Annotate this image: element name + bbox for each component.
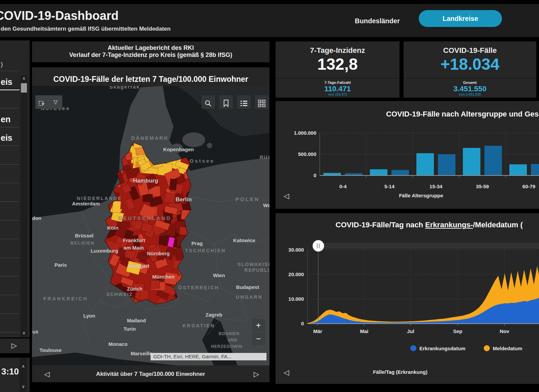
zoom-out-button[interactable]: − bbox=[252, 332, 265, 345]
stat-sublabel: Gesamt bbox=[404, 80, 536, 85]
scroll-up-icon[interactable]: ∧ bbox=[20, 76, 28, 83]
chart-legend: ErkrankungsdatumMeldedatum bbox=[410, 345, 522, 351]
sidebar-list-item[interactable]: en bbox=[0, 109, 20, 127]
time-panel: 3:10 ∧ ∨ bbox=[0, 358, 30, 392]
svg-text:30.000: 30.000 bbox=[288, 247, 304, 253]
sidebar-list-item[interactable]: eis bbox=[0, 71, 20, 90]
map-title: COVID-19-Fälle der letzten 7 Tage/100.00… bbox=[32, 75, 270, 84]
svg-text:0-4: 0-4 bbox=[339, 184, 347, 189]
divider bbox=[404, 78, 536, 78]
sidebar-list-item[interactable] bbox=[0, 276, 20, 295]
map-footer-label: Aktivität über 7 Tage/100.000 Einwohner bbox=[96, 371, 205, 378]
prev-arrow-icon[interactable]: ◁ bbox=[44, 370, 50, 378]
zoom-in-button[interactable]: + bbox=[252, 319, 265, 332]
legend-list-icon bbox=[240, 100, 248, 107]
stat-value: +18.034 bbox=[404, 55, 536, 73]
search-icon bbox=[204, 100, 212, 107]
sidebar-list-item[interactable] bbox=[0, 239, 20, 258]
nav-bundeslaender[interactable]: Bundesländer bbox=[352, 13, 403, 28]
svg-text:35-59: 35-59 bbox=[476, 184, 489, 189]
search-button[interactable] bbox=[201, 95, 215, 109]
legend-dot-icon bbox=[484, 345, 490, 351]
europe-map bbox=[32, 86, 270, 365]
sidebar-list-item[interactable]: ) bbox=[0, 51, 20, 71]
scroll-up-icon[interactable]: ∧ bbox=[20, 364, 27, 370]
area-xlabel: Fälle/Tag (Erkrankung) bbox=[373, 369, 427, 375]
sidebar-next-page-button[interactable]: ▷ bbox=[0, 338, 30, 353]
bar-panel-footer: ◁ Fälle Altersgruppe bbox=[276, 192, 539, 209]
map-canvas[interactable]: SkagerrakNordseeDÄNEMARKOstseeRUSKopenha… bbox=[32, 86, 270, 365]
svg-text:Jul: Jul bbox=[407, 328, 414, 334]
svg-text:Nov: Nov bbox=[500, 328, 509, 334]
select-tool-icon bbox=[39, 100, 45, 107]
sidebar-list-item[interactable]: eis bbox=[0, 127, 20, 146]
svg-text:Mai: Mai bbox=[360, 328, 368, 334]
sidebar-list-item[interactable] bbox=[0, 258, 20, 276]
time-slider-handle[interactable] bbox=[313, 240, 324, 252]
stat-subvalue: 110.471 bbox=[276, 85, 400, 93]
bookmark-icon bbox=[223, 100, 229, 107]
svg-text:60-79: 60-79 bbox=[522, 184, 535, 189]
stat-subvalue: 3.451.550 bbox=[404, 85, 536, 93]
svg-text:500.000: 500.000 bbox=[298, 151, 316, 157]
sidebar-list-item[interactable] bbox=[0, 183, 20, 202]
time-scrollbar[interactable]: ∧ ∨ bbox=[20, 358, 27, 392]
sidebar-list-item[interactable] bbox=[0, 221, 20, 239]
time-value: 3:10 bbox=[1, 366, 19, 377]
cases-per-day-chart-panel: COVID-19-Fälle/Tag nach Erkrankungs-/Mel… bbox=[276, 213, 539, 384]
stat-caption: von 3.451.550 bbox=[404, 93, 536, 96]
svg-text:0: 0 bbox=[301, 321, 304, 326]
stat-card-faelle: COVID-19-Fälle +18.034 Gesamt 3.451.550 … bbox=[404, 41, 536, 98]
sidebar-item-label: eis bbox=[1, 77, 12, 87]
next-page-icon: ▷ bbox=[11, 341, 17, 350]
sidebar-scrollbar[interactable]: ∧ ∨ bbox=[20, 75, 28, 337]
stat-caption: von 110.471 bbox=[276, 93, 400, 96]
legend-label: Erkrankungsdatum bbox=[419, 346, 466, 351]
area-panel-footer: ◁ Fälle/Tag (Erkrankung) bbox=[276, 367, 539, 384]
bookmark-button[interactable] bbox=[219, 95, 233, 109]
svg-text:15-34: 15-34 bbox=[430, 184, 443, 189]
sidebar-list-item[interactable] bbox=[0, 202, 20, 221]
legend-label: Meldedatum bbox=[493, 346, 522, 351]
header-bar: COVID-19-Dashboard den Gesundheitsämtern… bbox=[0, 4, 539, 37]
sidebar-list-item[interactable] bbox=[0, 314, 20, 332]
map-attribution: GDI-TH, Esri, HERE, Garmin, FA... bbox=[151, 353, 266, 360]
banner-line1: Aktueller Lagebericht des RKI bbox=[32, 44, 270, 52]
map-card-footer: ◁ Aktivität über 7 Tage/100.000 Einwohne… bbox=[32, 365, 270, 382]
page-subtitle: den Gesundheitsämtern gemäß IfSG übermit… bbox=[1, 26, 170, 32]
scroll-down-icon[interactable]: ∨ bbox=[20, 384, 27, 391]
prev-arrow-icon[interactable]: ◁ bbox=[284, 368, 289, 377]
sidebar-list-item[interactable] bbox=[0, 295, 20, 314]
svg-text:5-14: 5-14 bbox=[384, 184, 395, 189]
next-arrow-icon[interactable]: ▷ bbox=[254, 370, 259, 378]
svg-text:20.000: 20.000 bbox=[288, 271, 304, 277]
nav-landkreise[interactable]: Landkreise bbox=[419, 10, 502, 27]
cases-per-day-area-chart[interactable]: 30.00020.00010.0000MärMaiJulSepNov bbox=[276, 213, 539, 384]
stat-sublabel: 7-Tage-Fallzahl bbox=[276, 80, 400, 85]
map-card: COVID-19-Fälle der letzten 7 Tage/100.00… bbox=[32, 67, 270, 382]
bar-xlabel: Fälle Altersgruppe bbox=[399, 193, 443, 198]
svg-text:Sep: Sep bbox=[453, 328, 463, 334]
basemap-grid-button[interactable] bbox=[255, 95, 268, 109]
dashboard-root: COVID-19-Dashboard den Gesundheitsämtern… bbox=[0, 0, 539, 392]
legend-list-button[interactable] bbox=[237, 95, 251, 109]
banner-line2: Verlauf der 7-Tage-Inzidenz pro Kreis (g… bbox=[32, 52, 270, 59]
svg-text:0: 0 bbox=[314, 172, 316, 178]
stat-value: 132,8 bbox=[276, 55, 400, 73]
prev-arrow-icon[interactable]: ◁ bbox=[284, 192, 289, 200]
age-group-chart-panel: COVID-19-Fälle nach Altersgruppe und Ges… bbox=[276, 101, 539, 209]
stat-title: 7-Tage-Inzidenz bbox=[276, 46, 400, 55]
scroll-down-icon[interactable]: ∨ bbox=[20, 330, 28, 337]
basemap-grid-icon bbox=[258, 100, 265, 107]
legend-item-erkrankungsdatum[interactable]: Erkrankungsdatum bbox=[410, 345, 466, 351]
legend-item-meldedatum[interactable]: Meldedatum bbox=[484, 345, 522, 351]
sidebar-list-item[interactable] bbox=[0, 165, 20, 183]
scrollbar-thumb[interactable] bbox=[21, 83, 27, 93]
svg-text:Mär: Mär bbox=[313, 328, 322, 334]
sidebar-list-item[interactable] bbox=[0, 90, 20, 108]
select-tool-button[interactable] bbox=[35, 95, 49, 109]
svg-text:1.000.000: 1.000.000 bbox=[294, 130, 316, 136]
tool-dropdown-button[interactable]: ▽ bbox=[49, 95, 62, 109]
stat-title: COVID-19-Fälle bbox=[404, 46, 536, 55]
sidebar-list-item[interactable] bbox=[0, 146, 20, 165]
